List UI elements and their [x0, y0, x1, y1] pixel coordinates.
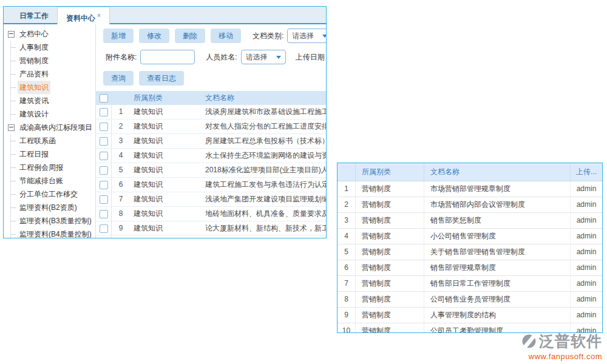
row-index: 3: [337, 213, 356, 228]
table-row[interactable]: 1 营销制度 市场营销部管理规章制度 admin: [337, 181, 602, 197]
fanpu-logo: 泛普软件 www.fanpusoft.com: [521, 331, 602, 361]
tab-data-center[interactable]: 资料中心×: [57, 7, 110, 24]
tree-item[interactable]: 监理资料(B4质量控制): [4, 228, 95, 238]
table-row[interactable]: 10 建筑知识 大厦地下室加气砼墙砌筑工程的施工方...: [96, 236, 326, 238]
move-button[interactable]: 移动: [211, 29, 241, 43]
view-log-button[interactable]: 查看日志: [139, 71, 184, 86]
table-row[interactable]: 9 建筑知识 论大厦新材料、新结构、新技术，新工...: [96, 221, 326, 236]
table-row[interactable]: 5 营销制度 关于销售部管理销售管理制度 admin: [337, 244, 602, 260]
row-index: 7: [337, 276, 356, 291]
tree-item[interactable]: 节能减排台账: [4, 174, 95, 187]
row-doc-name: 市场营销部内部会议管理制度: [424, 197, 571, 212]
tree-item[interactable]: 文档中心: [4, 27, 95, 41]
table-row[interactable]: 7 建筑知识 浅谈地产集团开发建设项目监理规划编...: [96, 192, 326, 207]
row-index: 8: [112, 207, 130, 221]
tree-item[interactable]: 监理资料(B2资质): [4, 201, 95, 214]
row-doc-name: 大厦地下室加气砼墙砌筑工程的施工方...: [202, 236, 326, 238]
select-all-checkbox[interactable]: [100, 94, 108, 103]
tree-item[interactable]: 工程日报: [4, 147, 95, 161]
document-table-header: 所属别类 文档名称: [96, 91, 326, 105]
row-index: 9: [337, 308, 356, 323]
tree-item[interactable]: 监理资料(B3质量控制): [4, 214, 95, 228]
table-row[interactable]: 4 建筑知识 水土保持生态环境监测网络的建设与资...: [96, 149, 326, 163]
row-category: 建筑知识: [130, 221, 202, 235]
tree-item[interactable]: 人事制度: [4, 41, 95, 54]
table-row[interactable]: 6 营销制度 销售部管理规章制度 admin: [337, 260, 602, 276]
tab-daily-work[interactable]: 日常工作: [11, 8, 57, 23]
row-doc-name: 地砖地面材料、机具准备、质量要求及...: [202, 207, 326, 221]
query-button[interactable]: 查询: [103, 71, 134, 86]
tree-item[interactable]: 分工单位工作移交: [4, 187, 95, 201]
row-checkbox[interactable]: [100, 181, 108, 189]
row-checkbox[interactable]: [100, 210, 108, 218]
row-doc-name: 销售部日常工作管理制度: [424, 276, 571, 291]
main-content: 新增 修改 删除 移动 文档类别: 请选择 文档 附件名称: 人员姓名:: [96, 24, 326, 238]
marketing-docs-table-panel: 所属别类 文档名称 上传... 1 营销制度 市场营销部管理规章制度 admin…: [337, 163, 603, 333]
row-checkbox[interactable]: [100, 224, 108, 233]
collapse-icon[interactable]: [8, 124, 15, 131]
row-category: 营销制度: [356, 308, 424, 323]
modify-button[interactable]: 修改: [139, 29, 169, 43]
row-uploader: admin: [571, 260, 602, 275]
row-index: 8: [337, 292, 356, 307]
row-index: 5: [112, 163, 130, 177]
row-checkbox[interactable]: [100, 137, 108, 146]
close-icon[interactable]: ×: [97, 12, 101, 19]
table-row[interactable]: 2 建筑知识 对发包人指定分包的工程施工进度安排...: [96, 120, 326, 134]
row-category: 建筑知识: [130, 192, 202, 206]
table-row[interactable]: 8 营销制度 公司销售业务员管理制度 admin: [337, 292, 602, 308]
row-checkbox[interactable]: [100, 195, 108, 204]
table-row[interactable]: 1 建筑知识 浅谈房屋建筑和市政基础设施工程施工...: [96, 105, 326, 120]
row-index: 4: [337, 229, 356, 244]
table-row[interactable]: 3 建筑知识 房屋建筑工程总承包投标书（技术标）...: [96, 134, 326, 149]
row-category: 建筑知识: [130, 207, 202, 221]
row-category: 营销制度: [356, 323, 424, 333]
tree-item[interactable]: 建筑设计: [4, 107, 95, 121]
table-row[interactable]: 7 营销制度 销售部日常工作管理制度 admin: [337, 276, 602, 292]
row-category: 建筑知识: [130, 236, 202, 238]
table-row[interactable]: 8 建筑知识 地砖地面材料、机具准备、质量要求及...: [96, 207, 326, 221]
row-doc-name: 销售部奖惩制度: [424, 213, 571, 228]
table-row[interactable]: 4 营销制度 小公司销售管理制度 admin: [337, 229, 602, 244]
document-tree: 文档中心 人事制度 营销制度 产品资料: [4, 24, 96, 238]
row-category: 建筑知识: [130, 178, 202, 192]
category-column-header: 所属别类: [130, 91, 202, 105]
row-doc-name: 浅谈地产集团开发建设项目监理规划编...: [202, 192, 326, 206]
table-row[interactable]: 2 营销制度 市场营销部内部会议管理制度 admin: [337, 197, 602, 213]
row-category: 营销制度: [356, 276, 424, 291]
row-index: 4: [112, 149, 130, 163]
delete-button[interactable]: 删除: [175, 29, 205, 43]
tree-item[interactable]: 成渝高铁内江标段项目: [4, 121, 95, 134]
screen: 日常工作 资料中心× 文档中心 人事制度: [0, 0, 607, 364]
row-checkbox[interactable]: [100, 152, 108, 160]
tree-item-label: 建筑资讯: [18, 94, 50, 107]
row-checkbox[interactable]: [100, 166, 108, 175]
table-row[interactable]: 6 建筑知识 建筑工程施工发包与承包违法行为认定...: [96, 178, 326, 192]
tree-item[interactable]: 营销制度: [4, 54, 95, 67]
add-button[interactable]: 新增: [103, 29, 134, 43]
tree-item[interactable]: 工程联系函: [4, 134, 95, 147]
tree-item[interactable]: 建筑资讯: [4, 94, 95, 107]
tree-item[interactable]: 工程例会周报: [4, 161, 95, 174]
person-name-select[interactable]: 请选择: [241, 50, 286, 64]
table-row[interactable]: 3 营销制度 销售部奖惩制度 admin: [337, 213, 602, 229]
tree-item-label: 成渝高铁内江标段项目: [18, 121, 94, 134]
row-category: 营销制度: [356, 213, 424, 228]
tree-item[interactable]: 建筑知识: [4, 81, 95, 94]
row-category: 建筑知识: [130, 105, 202, 119]
row-doc-name: 浅谈房屋建筑和市政基础设施工程施工...: [202, 105, 326, 119]
row-checkbox[interactable]: [100, 123, 108, 131]
upload-date-label: 上传日期: [296, 52, 325, 62]
row-index: 9: [112, 221, 130, 235]
row-uploader: admin: [571, 308, 602, 323]
row-category: 营销制度: [356, 244, 424, 260]
document-table: 所属别类 文档名称 1 建筑知识 浅谈房屋建筑和市政基础设施工程施工...: [96, 91, 326, 238]
tab-data-center-label: 资料中心: [66, 14, 95, 22]
attachment-name-input[interactable]: [140, 50, 195, 64]
collapse-icon[interactable]: [8, 31, 15, 38]
table-row[interactable]: 9 营销制度 人事管理制度的结构 admin: [337, 308, 602, 323]
tree-item[interactable]: 产品资料: [4, 67, 95, 81]
row-checkbox[interactable]: [100, 108, 108, 116]
doc-category-select[interactable]: 请选择: [287, 29, 326, 43]
table-row[interactable]: 5 建筑知识 2018标准化监理项目部(业主项目部)人员...: [96, 163, 326, 178]
